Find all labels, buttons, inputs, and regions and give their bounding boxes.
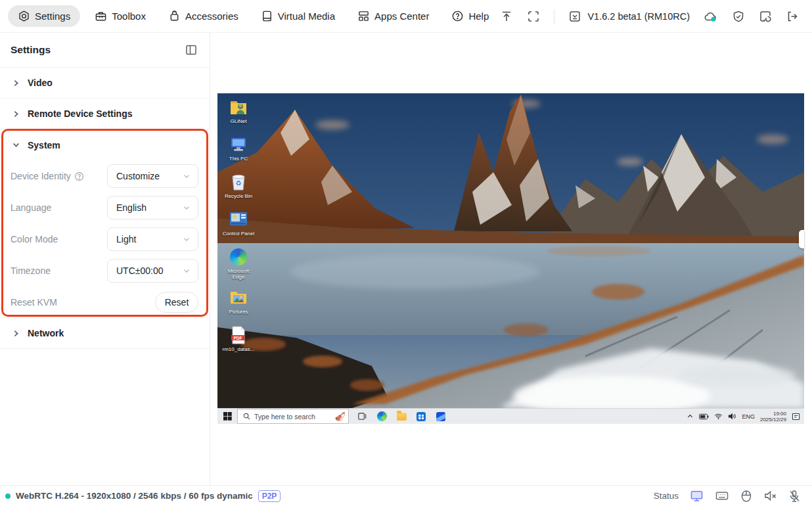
edge-taskbar-icon[interactable] (376, 411, 387, 422)
start-button[interactable] (217, 409, 237, 424)
section-label: Remote Device Settings (28, 108, 133, 119)
tray-chevron-up-icon[interactable] (687, 413, 694, 420)
main-content: GLiNet This PC ♻ Recycle Bin Control Pan… (210, 33, 812, 485)
pinned-app-icon[interactable] (436, 411, 446, 422)
toolbox-icon (95, 10, 107, 22)
user-folder-icon (229, 97, 248, 117)
desktop-icon-glinet[interactable]: GLiNet (221, 97, 256, 124)
version-group[interactable]: V1.6.2 beta1 (RM10RC) (568, 10, 690, 23)
desktop-icon-recycle-bin[interactable]: ♻ Recycle Bin (221, 172, 256, 199)
collapse-panel-icon[interactable] (185, 43, 198, 57)
svg-text:PDF: PDF (234, 336, 242, 340)
taskbar-pinned-apps (349, 409, 446, 424)
file-explorer-icon[interactable] (396, 411, 407, 422)
desktop-icon-this-pc[interactable]: This PC (221, 135, 256, 162)
taskbar-search-box[interactable]: Type here to search 🎻 (237, 409, 349, 424)
field-device-identity: Device Identity Customize (0, 160, 210, 192)
desktop-icon-control-panel[interactable]: Control Panel (221, 210, 256, 237)
volume-icon[interactable] (728, 413, 736, 420)
search-placeholder-text: Type here to search (254, 413, 331, 421)
desktop-icon-label: Pictures (229, 309, 248, 315)
section-label: Video (28, 78, 53, 88)
desktop-icon-pdf-file[interactable]: PDF rm10_datas... (221, 325, 256, 352)
desktop-icon-pictures[interactable]: Pictures (221, 288, 256, 315)
tray-clock[interactable]: 19:00 2025/12/29 (760, 411, 786, 423)
section-label: Network (28, 328, 64, 338)
factory-reset-icon[interactable] (759, 10, 772, 23)
sidebar-title: Settings (11, 44, 51, 56)
field-label: Language (11, 202, 51, 213)
section-label: System (28, 140, 60, 150)
computer-icon (229, 135, 248, 154)
mouse-status-icon[interactable] (740, 490, 752, 503)
control-panel-icon (229, 210, 248, 229)
virtual-media-icon (261, 10, 273, 22)
task-view-icon[interactable] (357, 411, 367, 422)
upload-icon[interactable] (500, 10, 513, 23)
nav-settings[interactable]: Settings (8, 5, 80, 27)
nav-label: Accessories (185, 11, 238, 22)
section-network[interactable]: Network (0, 318, 210, 349)
desktop-icon-label: GLiNet (231, 118, 247, 124)
nav-label: Help (468, 11, 489, 22)
select-value: Light (116, 234, 136, 244)
nav-label: Settings (35, 11, 70, 22)
svg-text:♻: ♻ (236, 179, 242, 187)
tray-date: 2025/12/29 (760, 417, 786, 423)
chevron-down-icon (183, 267, 191, 275)
input-language-indicator[interactable]: ENG (742, 413, 755, 420)
nav-virtual-media[interactable]: Virtual Media (253, 5, 343, 27)
battery-icon[interactable] (699, 413, 709, 420)
color-mode-select[interactable]: Light (107, 227, 198, 251)
select-value: UTC±00:00 (116, 265, 164, 276)
edge-browser-icon (229, 247, 248, 267)
speaker-muted-icon[interactable] (763, 490, 777, 502)
language-select[interactable]: English (107, 196, 198, 219)
nav-label: Apps Center (374, 11, 429, 22)
pdf-file-icon: PDF (229, 325, 248, 345)
device-identity-select[interactable]: Customize (107, 164, 198, 188)
p2p-badge: P2P (258, 490, 281, 502)
recycle-bin-icon: ♻ (229, 172, 248, 192)
desktop-icon-label: Microsoft Edge (221, 268, 256, 280)
cloud-status-icon[interactable] (704, 10, 718, 23)
video-toolbar-handle[interactable] (799, 230, 804, 248)
nav-accessories[interactable]: Accessories (160, 5, 246, 27)
timezone-select[interactable]: UTC±00:00 (107, 259, 198, 283)
nav-label: Virtual Media (278, 11, 335, 22)
firmware-version: V1.6.2 beta1 (RM10RC) (587, 11, 690, 22)
desktop-icon-microsoft-edge[interactable]: Microsoft Edge (221, 247, 256, 280)
status-label: Status (654, 491, 679, 501)
chevron-right-icon (12, 110, 20, 118)
sidebar-header: Settings (0, 33, 210, 68)
logout-icon[interactable] (786, 10, 799, 23)
nav-toolbox[interactable]: Toolbox (87, 5, 154, 27)
nav-apps-center[interactable]: Apps Center (350, 5, 437, 27)
keyboard-status-icon[interactable] (715, 490, 729, 502)
nav-help[interactable]: Help (443, 5, 497, 27)
settings-sidebar: Settings Video Remote Device Settings Sy… (0, 33, 210, 485)
action-center-icon[interactable] (792, 413, 800, 421)
select-value: Customize (116, 171, 160, 181)
screen-status-icon[interactable] (690, 490, 704, 502)
chevron-down-icon (183, 172, 191, 180)
chevron-right-icon (12, 329, 20, 338)
desktop-icon-label: rm10_datas... (223, 346, 255, 352)
remote-desktop-video[interactable]: GLiNet This PC ♻ Recycle Bin Control Pan… (217, 93, 804, 424)
mic-muted-icon[interactable] (788, 490, 800, 503)
shield-check-icon[interactable] (732, 10, 745, 23)
field-reset-kvm: Reset KVM Reset (0, 287, 210, 318)
wifi-icon[interactable] (714, 413, 723, 420)
field-label: Color Mode (11, 234, 58, 244)
fullscreen-icon[interactable] (527, 10, 540, 23)
system-tray: ENG 19:00 2025/12/29 (687, 409, 804, 424)
microsoft-store-icon[interactable] (416, 411, 426, 422)
reset-button[interactable]: Reset (155, 292, 198, 313)
pictures-folder-icon (229, 288, 248, 308)
section-video[interactable]: Video (0, 68, 210, 99)
section-remote-device-settings[interactable]: Remote Device Settings (0, 99, 210, 129)
section-system[interactable]: System (0, 129, 210, 160)
desktop-icon-label: Recycle Bin (225, 193, 252, 199)
help-icon[interactable] (74, 172, 84, 181)
top-toolbar: Settings Toolbox Accessories Virtual Med… (0, 0, 812, 33)
